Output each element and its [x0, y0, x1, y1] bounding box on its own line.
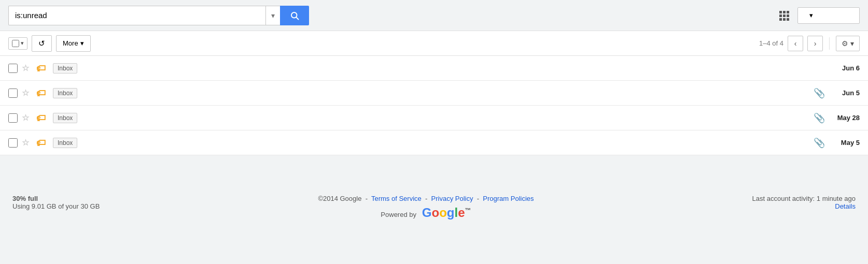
- svg-rect-3: [783, 11, 786, 13]
- toolbar: ▾ ↺ More ▾ 1–4 of 4 ‹ › ⚙ ▾: [0, 31, 868, 56]
- settings-button[interactable]: ⚙ ▾: [836, 36, 860, 51]
- chevron-down-icon: ▾: [271, 11, 275, 20]
- inbox-badge: Inbox: [53, 113, 77, 123]
- storage-detail: Using 9.01 GB of your 30 GB: [12, 202, 100, 210]
- inbox-badge: Inbox: [53, 88, 77, 98]
- more-chevron-icon: ▾: [80, 39, 84, 47]
- toolbar-left: ▾ ↺ More ▾: [8, 35, 91, 52]
- google-e: e: [458, 206, 465, 219]
- terms-link[interactable]: Terms of Service: [371, 195, 422, 202]
- footer-center: ©2014 Google - Terms of Service - Privac…: [318, 195, 534, 220]
- svg-rect-9: [783, 18, 786, 21]
- details-link[interactable]: Details: [752, 202, 856, 210]
- header: is:unread ▾ ▾: [0, 0, 868, 31]
- svg-rect-6: [783, 14, 786, 17]
- select-all-checkbox[interactable]: [12, 40, 19, 47]
- svg-rect-4: [787, 11, 789, 13]
- search-icon: [290, 11, 299, 20]
- google-logo: Google™: [422, 206, 471, 219]
- powered-by-text: Powered by: [381, 211, 416, 218]
- google-tm: ™: [465, 207, 471, 214]
- svg-rect-2: [779, 11, 782, 13]
- google-o1: o: [432, 206, 440, 219]
- toolbar-divider: [829, 37, 830, 50]
- settings-icon: ⚙: [842, 39, 848, 48]
- google-o2: o: [439, 206, 447, 219]
- svg-rect-10: [787, 18, 789, 21]
- table-row[interactable]: ☆ 🏷 Inbox 📎 Jun 5: [0, 81, 868, 106]
- copyright-text: ©2014 Google: [318, 195, 361, 202]
- privacy-link[interactable]: Privacy Policy: [431, 195, 473, 202]
- powered-by: Powered by Google™: [318, 206, 534, 220]
- select-chevron-icon: ▾: [21, 40, 24, 47]
- refresh-button[interactable]: ↺: [32, 35, 52, 52]
- svg-rect-7: [787, 14, 789, 17]
- account-chevron-icon: ▾: [809, 11, 813, 19]
- folder-icon: 🏷: [36, 63, 47, 74]
- activity-text: Last account activity: 1 minute ago: [752, 195, 856, 202]
- row-checkbox[interactable]: [8, 113, 18, 123]
- table-row[interactable]: ☆ 🏷 Inbox Jun 6: [0, 56, 868, 81]
- star-icon[interactable]: ☆: [22, 113, 32, 123]
- next-page-button[interactable]: ›: [807, 36, 823, 51]
- search-input[interactable]: is:unread: [8, 6, 265, 25]
- more-label: More: [63, 39, 78, 47]
- refresh-icon: ↺: [38, 39, 45, 48]
- email-list: ☆ 🏷 Inbox Jun 6 ☆ 🏷 Inbox 📎 Jun 5 ☆ 🏷 In…: [0, 56, 868, 155]
- copyright-links: ©2014 Google - Terms of Service - Privac…: [318, 195, 534, 202]
- row-checkbox[interactable]: [8, 89, 18, 98]
- google-g2: g: [447, 206, 455, 219]
- email-date: Jun 5: [831, 89, 860, 97]
- inbox-badge: Inbox: [53, 63, 77, 74]
- svg-rect-8: [779, 18, 782, 21]
- account-label: [804, 11, 806, 19]
- row-checkbox[interactable]: [8, 138, 18, 148]
- account-activity: Last account activity: 1 minute ago Deta…: [752, 195, 856, 210]
- next-icon: ›: [814, 39, 817, 48]
- google-g: G: [422, 206, 432, 219]
- row-checkbox[interactable]: [8, 64, 18, 73]
- table-row[interactable]: ☆ 🏷 Inbox 📎 May 28: [0, 106, 868, 130]
- email-date: May 28: [831, 114, 860, 122]
- folder-icon: 🏷: [36, 88, 47, 98]
- settings-chevron-icon: ▾: [850, 39, 854, 48]
- pagination-info: 1–4 of 4: [759, 39, 783, 47]
- search-bar: is:unread ▾: [8, 6, 309, 25]
- header-right: ▾: [776, 7, 860, 24]
- prev-icon: ‹: [794, 39, 797, 48]
- content-gap: [0, 155, 868, 186]
- attachment-icon: 📎: [814, 137, 825, 149]
- storage-percent: 30% full: [12, 195, 100, 202]
- search-dropdown-btn[interactable]: ▾: [265, 6, 280, 25]
- svg-rect-5: [779, 14, 782, 17]
- prev-page-button[interactable]: ‹: [788, 36, 803, 51]
- folder-icon: 🏷: [36, 138, 47, 148]
- toolbar-right: 1–4 of 4 ‹ › ⚙ ▾: [759, 36, 860, 51]
- account-button[interactable]: ▾: [797, 7, 860, 24]
- program-link[interactable]: Program Policies: [483, 195, 534, 202]
- star-icon[interactable]: ☆: [22, 88, 32, 98]
- footer: 30% full Using 9.01 GB of your 30 GB ©20…: [0, 186, 868, 228]
- select-all-dropdown[interactable]: ▾: [8, 37, 27, 50]
- grid-icon[interactable]: [776, 7, 792, 24]
- search-button[interactable]: [280, 6, 309, 25]
- star-icon[interactable]: ☆: [22, 63, 32, 74]
- more-button[interactable]: More ▾: [56, 35, 91, 52]
- svg-line-1: [296, 17, 298, 19]
- email-date: Jun 6: [831, 64, 860, 72]
- attachment-icon: 📎: [814, 87, 825, 99]
- table-row[interactable]: ☆ 🏷 Inbox 📎 May 5: [0, 130, 868, 155]
- inbox-badge: Inbox: [53, 138, 77, 148]
- folder-icon: 🏷: [36, 113, 47, 123]
- email-date: May 5: [831, 139, 860, 146]
- storage-info: 30% full Using 9.01 GB of your 30 GB: [12, 195, 100, 210]
- star-icon[interactable]: ☆: [22, 138, 32, 148]
- attachment-icon: 📎: [814, 112, 825, 124]
